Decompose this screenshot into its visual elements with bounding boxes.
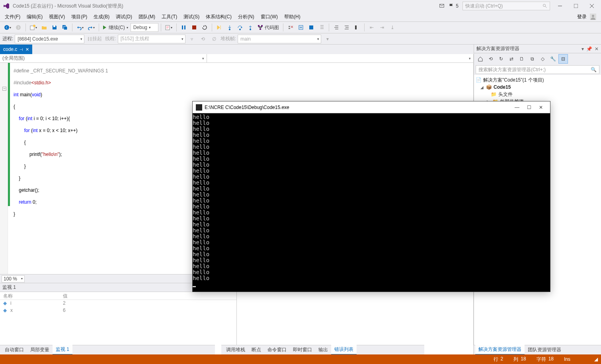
tb-icon[interactable] bbox=[286, 23, 295, 32]
tb-icon[interactable]: ⇄ bbox=[507, 54, 516, 64]
pin-icon[interactable]: ⊣ bbox=[20, 47, 23, 52]
scope-left[interactable]: (全局范围)▾ bbox=[0, 54, 207, 62]
stackframe-combo[interactable]: main▾ bbox=[238, 35, 321, 43]
menu-debug[interactable]: 调试(D) bbox=[113, 13, 135, 21]
notifications-icon[interactable] bbox=[439, 3, 445, 9]
tb-icon[interactable]: ⟲ bbox=[486, 54, 496, 64]
tree-project[interactable]: ◢📦Code15 bbox=[476, 84, 599, 91]
menu-analyze[interactable]: 分析(N) bbox=[235, 13, 258, 21]
btab-autos[interactable]: 自动窗口 bbox=[2, 345, 27, 354]
menu-test[interactable]: 测试(S) bbox=[180, 13, 203, 21]
fold-icon[interactable]: − bbox=[2, 87, 6, 91]
pause-button[interactable] bbox=[179, 23, 189, 32]
continue-button[interactable]: 继续(C)▾ bbox=[101, 23, 130, 32]
tb-icon[interactable] bbox=[342, 23, 351, 32]
pin-icon[interactable]: 📌 bbox=[586, 46, 592, 52]
menu-team[interactable]: 团队(M) bbox=[135, 13, 158, 21]
flag-icon[interactable]: 5 bbox=[449, 3, 459, 9]
btab-watch1[interactable]: 监视 1 bbox=[53, 345, 72, 355]
tb-icon[interactable] bbox=[306, 23, 316, 32]
tb-icon[interactable] bbox=[296, 23, 306, 32]
tb-icon[interactable]: ⇤ bbox=[367, 23, 377, 32]
stop-button[interactable] bbox=[189, 23, 199, 32]
find-in-files-button[interactable]: ▾ bbox=[164, 23, 174, 32]
side-search-input[interactable]: 搜索解决方案资源管理器(Ctrl+;)🔍 bbox=[476, 65, 599, 74]
console-window[interactable]: E:\NCRE C\Code15\Debug\Code15.exe — ☐ ✕ … bbox=[192, 101, 550, 292]
chevron-down-icon[interactable]: ◢ bbox=[480, 85, 484, 90]
console-titlebar[interactable]: E:\NCRE C\Code15\Debug\Code15.exe — ☐ ✕ bbox=[193, 101, 550, 113]
dropdown-icon[interactable]: ▾ bbox=[581, 46, 584, 52]
config-combo[interactable]: Debug▾ bbox=[131, 23, 158, 32]
tab-code-c[interactable]: code.c⊣✕ bbox=[0, 45, 32, 54]
watch-row[interactable]: ◆x6 bbox=[0, 307, 236, 314]
open-button[interactable] bbox=[39, 23, 49, 32]
home-icon[interactable] bbox=[476, 54, 485, 64]
new-project-button[interactable]: ▾ bbox=[28, 23, 39, 32]
tb-icon[interactable]: ▿ bbox=[187, 34, 197, 44]
maximize-button[interactable] bbox=[570, 1, 582, 11]
menu-build[interactable]: 生成(B) bbox=[90, 13, 113, 21]
tree-headers[interactable]: 📁头文件 bbox=[476, 91, 599, 98]
step-into-button[interactable] bbox=[225, 23, 234, 32]
close-icon[interactable]: ✕ bbox=[595, 46, 599, 52]
quick-launch-input[interactable]: 快速启动 (Ctrl+Q) bbox=[462, 2, 550, 10]
back-button[interactable]: ▾ bbox=[2, 23, 13, 32]
btab-locals[interactable]: 局部变量 bbox=[27, 345, 53, 354]
menu-arch[interactable]: 体系结构(C) bbox=[203, 13, 235, 21]
tb-icon[interactable]: ◇ bbox=[538, 54, 547, 64]
tb-icon[interactable]: 🗋 bbox=[517, 54, 527, 64]
console-minimize[interactable]: — bbox=[511, 103, 523, 112]
process-combo[interactable]: [8684] Code15.exe▾ bbox=[15, 35, 84, 43]
step-over-button[interactable] bbox=[235, 23, 245, 32]
suspend-button[interactable]: 挂起 bbox=[86, 34, 103, 44]
menu-project[interactable]: 项目(P) bbox=[68, 13, 90, 21]
btab-command[interactable]: 命令窗口 bbox=[264, 345, 290, 354]
tb-icon[interactable]: ⟲ bbox=[198, 34, 208, 44]
minimize-button[interactable] bbox=[554, 1, 566, 11]
tree-solution[interactable]: 📄解决方案"Code15"(1 个项目) bbox=[476, 76, 599, 84]
tb-icon[interactable]: ⇥ bbox=[377, 23, 387, 32]
user-icon[interactable] bbox=[590, 14, 596, 20]
menu-file[interactable]: 文件(F) bbox=[2, 13, 23, 21]
menu-view[interactable]: 视图(V) bbox=[46, 13, 68, 21]
tb-icon[interactable] bbox=[332, 23, 341, 32]
btab-immediate[interactable]: 即时窗口 bbox=[290, 345, 315, 354]
console-maximize[interactable]: ☐ bbox=[523, 103, 535, 112]
resize-grip-icon[interactable]: ◢ bbox=[594, 356, 598, 362]
btab-team-explorer[interactable]: 团队资源管理器 bbox=[525, 345, 564, 354]
tb-icon[interactable]: ⊟ bbox=[558, 54, 568, 64]
tb-icon[interactable] bbox=[352, 23, 362, 32]
thread-combo[interactable]: [5152] 主线程▾ bbox=[118, 35, 185, 43]
btab-breakpoints[interactable]: 断点 bbox=[248, 345, 264, 354]
btab-solution-explorer[interactable]: 解决方案资源管理器 bbox=[475, 345, 525, 355]
forward-button[interactable] bbox=[14, 23, 23, 32]
console-close[interactable]: ✕ bbox=[535, 103, 547, 112]
step-out-button[interactable] bbox=[246, 23, 255, 32]
tb-icon[interactable]: ⤓ bbox=[388, 23, 397, 32]
menu-edit[interactable]: 编辑(E) bbox=[23, 13, 46, 21]
login-link[interactable]: 登录 bbox=[577, 14, 587, 20]
menu-tools[interactable]: 工具(T) bbox=[158, 13, 180, 21]
menu-help[interactable]: 帮助(H) bbox=[281, 13, 304, 21]
tb-icon[interactable] bbox=[317, 23, 326, 32]
btab-callstack[interactable]: 调用堆栈 bbox=[223, 345, 248, 354]
menu-window[interactable]: 窗口(W) bbox=[258, 13, 281, 21]
save-all-button[interactable] bbox=[60, 23, 70, 32]
codemap-button[interactable]: 代码图 bbox=[256, 23, 281, 32]
watch-row[interactable]: ◆i2 bbox=[0, 300, 236, 307]
tb-icon[interactable]: ↻ bbox=[496, 54, 506, 64]
scope-right[interactable]: ▾ bbox=[207, 54, 474, 62]
restart-button[interactable] bbox=[200, 23, 209, 32]
btab-output[interactable]: 输出 bbox=[315, 345, 331, 354]
zoom-combo[interactable]: 100 %▾ bbox=[2, 275, 25, 282]
close-button[interactable] bbox=[586, 1, 598, 11]
tb-icon[interactable]: ▾ bbox=[323, 34, 332, 44]
tb-icon[interactable]: 🔧 bbox=[548, 54, 558, 64]
tb-icon[interactable]: ⧉ bbox=[527, 54, 537, 64]
close-tab-icon[interactable]: ✕ bbox=[25, 47, 29, 52]
btab-errorlist[interactable]: 错误列表 bbox=[331, 345, 357, 355]
next-statement-button[interactable] bbox=[215, 23, 224, 32]
save-button[interactable] bbox=[50, 23, 59, 32]
tb-icon[interactable]: ∅ bbox=[209, 34, 219, 44]
undo-button[interactable]: ▾ bbox=[75, 23, 85, 32]
